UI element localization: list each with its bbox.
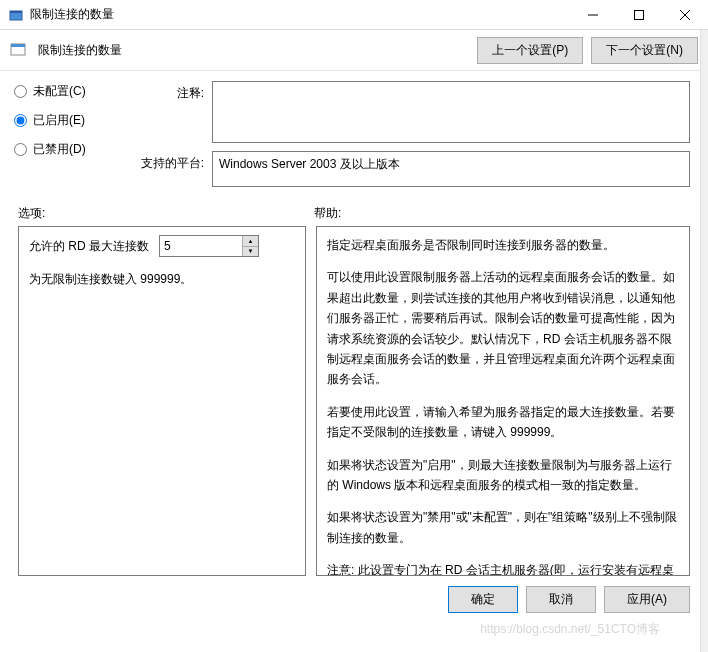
help-text: 注意: 此设置专门为在 RD 会话主机服务器(即，运行安装有远程桌面会话主机角色…	[327, 560, 679, 576]
maximize-button[interactable]	[616, 0, 662, 29]
unlimited-hint: 为无限制连接数键入 999999。	[29, 271, 295, 288]
apply-button[interactable]: 应用(A)	[604, 586, 690, 613]
help-text: 可以使用此设置限制服务器上活动的远程桌面服务会话的数量。如果超出此数量，则尝试连…	[327, 267, 679, 389]
options-panel: 允许的 RD 最大连接数 ▲ ▼ 为无限制连接数键入 999999。	[18, 226, 306, 576]
radio-disabled[interactable]: 已禁用(D)	[14, 141, 124, 158]
state-radio-group: 未配置(C) 已启用(E) 已禁用(D)	[14, 81, 124, 187]
footer: 确定 取消 应用(A)	[0, 576, 708, 623]
help-text: 如果将状态设置为"启用"，则最大连接数量限制为与服务器上运行的 Windows …	[327, 455, 679, 496]
svg-rect-7	[11, 44, 25, 47]
help-text: 如果将状态设置为"禁用"或"未配置"，则在"组策略"级别上不强制限制连接的数量。	[327, 507, 679, 548]
help-text: 若要使用此设置，请输入希望为服务器指定的最大连接数量。若要指定不受限制的连接数量…	[327, 402, 679, 443]
comment-input[interactable]	[212, 81, 690, 143]
platform-value: Windows Server 2003 及以上版本	[212, 151, 690, 187]
page-title: 限制连接的数量	[38, 42, 122, 59]
minimize-button[interactable]	[570, 0, 616, 29]
titlebar: 限制连接的数量	[0, 0, 708, 30]
svg-rect-1	[10, 11, 22, 13]
spinner-down-icon[interactable]: ▼	[243, 247, 258, 257]
prev-setting-button[interactable]: 上一个设置(P)	[477, 37, 583, 64]
cancel-button[interactable]: 取消	[526, 586, 596, 613]
radio-disabled-input[interactable]	[14, 143, 27, 156]
radio-enabled-input[interactable]	[14, 114, 27, 127]
spinner-up-icon[interactable]: ▲	[243, 236, 258, 247]
max-connections-input[interactable]	[160, 236, 242, 256]
help-text: 指定远程桌面服务是否限制同时连接到服务器的数量。	[327, 235, 679, 255]
platform-label: 支持的平台:	[132, 151, 204, 172]
help-label: 帮助:	[314, 205, 341, 222]
ok-button[interactable]: 确定	[448, 586, 518, 613]
max-connections-spinner[interactable]: ▲ ▼	[159, 235, 259, 257]
next-setting-button[interactable]: 下一个设置(N)	[591, 37, 698, 64]
svg-rect-3	[635, 10, 644, 19]
right-edge-decoration	[700, 30, 708, 652]
window-title: 限制连接的数量	[30, 6, 570, 23]
comment-label: 注释:	[132, 81, 204, 102]
close-button[interactable]	[662, 0, 708, 29]
policy-icon	[10, 42, 26, 58]
radio-not-configured-input[interactable]	[14, 85, 27, 98]
options-label: 选项:	[18, 205, 314, 222]
watermark: https://blog.csdn.net/_51CTO博客	[480, 621, 660, 638]
help-panel: 指定远程桌面服务是否限制同时连接到服务器的数量。 可以使用此设置限制服务器上活动…	[316, 226, 690, 576]
max-connections-label: 允许的 RD 最大连接数	[29, 238, 149, 255]
radio-enabled[interactable]: 已启用(E)	[14, 112, 124, 129]
header: 限制连接的数量 上一个设置(P) 下一个设置(N)	[0, 30, 708, 70]
radio-not-configured[interactable]: 未配置(C)	[14, 83, 124, 100]
app-icon	[8, 7, 24, 23]
